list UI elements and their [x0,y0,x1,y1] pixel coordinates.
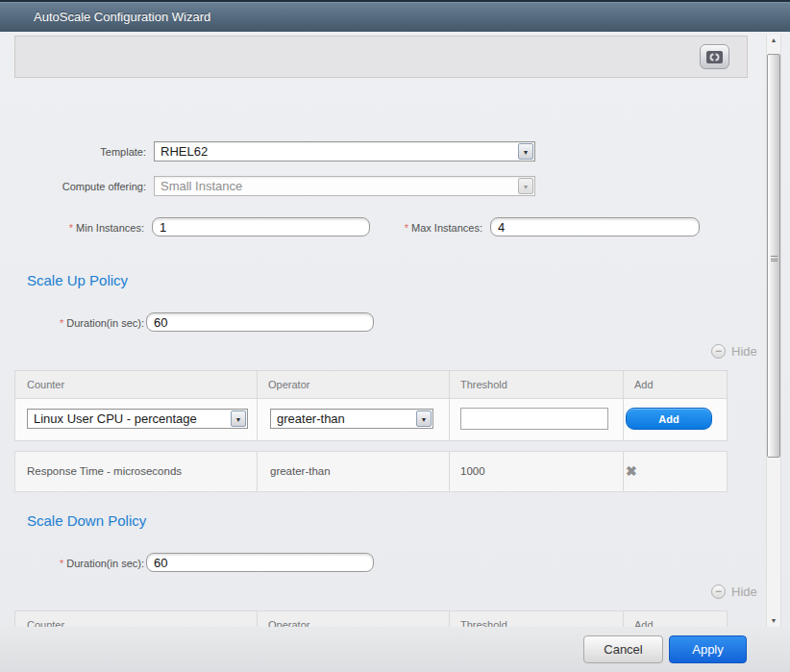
scale-down-policy-heading: Scale Down Policy [27,512,146,529]
min-instances-input[interactable] [152,217,370,236]
column-header-add: Add [623,371,654,399]
column-separator [623,371,624,440]
scaleup-counter-select[interactable]: Linux User CPU - percentage ▼ [27,409,248,429]
minus-icon: − [711,344,726,359]
column-header-counter: Counter [15,371,64,399]
scaleup-threshold-input[interactable] [460,408,608,430]
template-label: Template: [0,146,146,158]
compute-offering-dropdown-button: ▼ [518,178,533,194]
required-marker: * [69,222,73,234]
column-separator [257,452,258,491]
column-separator [449,371,450,440]
compute-offering-value: Small Instance [160,177,242,195]
condition-operator: greater-than [270,452,331,491]
condition-threshold: 1000 [460,452,485,491]
column-header-counter: Counter [15,611,64,627]
column-header-operator: Operator [257,611,309,627]
column-separator [623,452,624,491]
required-marker: * [405,222,408,234]
template-select[interactable]: RHEL62 ▼ [154,141,535,162]
scaledown-condition-table: Counter Operator Threshold Add Linux Use… [14,610,728,627]
scaleup-editor-row: Linux User CPU - percentage ▼ greater-th… [15,399,727,440]
scaleup-duration-label: *Duration(in sec): [0,317,144,329]
scaleup-hide-label: Hide [731,344,757,359]
cancel-button[interactable]: Cancel [583,635,663,663]
template-value: RHEL62 [160,142,208,161]
autoscale-wizard-dialog: AutoScale Configuration Wizard Template:… [0,0,790,672]
scaleup-counter-value: Linux User CPU - percentage [34,410,197,428]
column-header-threshold: Threshold [449,611,507,627]
scaleup-condition-row: Response Time - microseconds greater-tha… [14,451,728,492]
scaledown-hide-label: Hide [731,585,757,599]
chevron-down-icon: ▼ [519,144,532,161]
compute-offering-select: Small Instance ▼ [154,176,535,196]
scroll-up-arrow-icon[interactable]: ▲ [767,37,780,43]
dialog-content: Template: RHEL62 ▼ Compute offering: Sma… [0,32,790,627]
scaledown-duration-label: *Duration(in sec): [0,558,144,569]
scaleup-counter-dropdown-button[interactable]: ▼ [231,411,246,427]
scaledown-hide-toggle[interactable]: −Hide [711,583,757,600]
required-marker: * [60,317,63,329]
scaleup-operator-dropdown-button[interactable]: ▼ [416,411,432,427]
compute-offering-label: Compute offering: [0,181,146,192]
scaledown-table-header: Counter Operator Threshold Add [15,611,727,627]
titlebar: AutoScale Configuration Wizard [0,0,790,32]
scrollbar-grip [771,256,778,261]
column-header-operator: Operator [257,371,309,399]
column-separator [257,371,258,440]
column-separator [623,611,624,627]
dialog-title: AutoScale Configuration Wizard [34,2,210,32]
scrollbar-thumb[interactable] [767,54,780,458]
column-separator [257,611,258,627]
template-dropdown-button[interactable]: ▼ [518,143,533,160]
max-instances-label: *Max Instances: [383,222,482,234]
chevron-down-icon: ▼ [232,411,245,428]
scaledown-duration-input[interactable] [146,553,374,572]
scaleup-operator-value: greater-than [277,410,345,428]
column-header-threshold: Threshold [449,371,507,399]
max-instances-input[interactable] [490,217,700,236]
vertical-scrollbar[interactable]: ▲ ▼ [766,35,781,627]
min-instances-label: *Min Instances: [0,222,144,234]
scaleup-condition-table: Counter Operator Threshold Add Linux Use… [14,370,728,441]
column-separator [449,452,450,491]
scale-toggle-icon [706,51,723,63]
top-panel [14,36,748,78]
autoscale-action-button[interactable] [700,44,729,69]
apply-button[interactable]: Apply [669,635,747,663]
scaleup-hide-toggle[interactable]: −Hide [711,342,757,360]
minus-icon: − [711,585,726,599]
scaleup-table-header: Counter Operator Threshold Add [15,371,727,399]
dialog-footer: Cancel Apply [0,627,790,672]
required-marker: * [60,558,63,569]
scale-up-policy-heading: Scale Up Policy [27,272,128,288]
column-separator [449,611,450,627]
condition-counter: Response Time - microseconds [27,452,182,491]
column-header-add: Add [623,611,654,627]
scaleup-duration-input[interactable] [146,312,374,332]
scroll-down-arrow-icon[interactable]: ▼ [767,617,780,624]
delete-condition-icon[interactable]: ✖ [626,452,637,491]
scaleup-add-button[interactable]: Add [626,408,712,430]
chevron-down-icon: ▼ [519,179,532,195]
scaleup-operator-select[interactable]: greater-than ▼ [270,409,433,429]
chevron-down-icon: ▼ [417,411,431,428]
